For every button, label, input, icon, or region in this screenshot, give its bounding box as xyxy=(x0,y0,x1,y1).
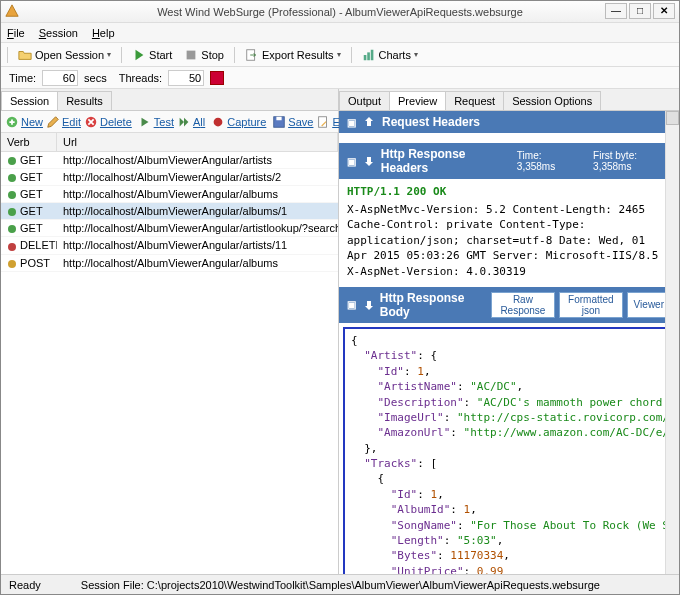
svg-rect-4 xyxy=(363,55,366,60)
svg-marker-0 xyxy=(6,5,18,16)
request-grid: Verb Url GEThttp://localhost/AlbumViewer… xyxy=(1,133,338,574)
folder-open-icon xyxy=(18,48,32,62)
svg-point-16 xyxy=(8,157,16,165)
response-headers-text: X-AspNetMvc-Version: 5.2 Content-Length:… xyxy=(339,200,679,287)
tab-preview[interactable]: Preview xyxy=(389,91,446,110)
svg-rect-14 xyxy=(277,116,282,120)
delete-button[interactable]: Delete xyxy=(84,115,132,129)
svg-marker-10 xyxy=(180,117,184,126)
time-label: Time: xyxy=(9,72,36,84)
capture-button[interactable]: Capture xyxy=(211,115,266,129)
close-button[interactable]: ✕ xyxy=(653,3,675,19)
time-unit: secs xyxy=(84,72,107,84)
svg-marker-11 xyxy=(184,117,188,126)
stop-button[interactable]: Stop xyxy=(180,47,228,63)
session-toolbar: New Edit Delete Test All Capture Save Ed… xyxy=(1,111,338,133)
pencil-icon xyxy=(46,115,60,129)
status-session-file: Session File: C:\projects2010\WestwindTo… xyxy=(81,579,600,591)
delete-icon xyxy=(84,115,98,129)
export-results-button[interactable]: Export Results▾ xyxy=(241,47,345,63)
svg-rect-2 xyxy=(187,50,196,59)
edit-button[interactable]: Edit xyxy=(46,115,81,129)
table-row[interactable]: GEThttp://localhost/AlbumViewerAngular/a… xyxy=(1,220,338,237)
test-icon xyxy=(138,115,152,129)
request-headers-section[interactable]: ▣ Request Headers xyxy=(339,111,679,133)
table-row[interactable]: GEThttp://localhost/AlbumViewerAngular/a… xyxy=(1,186,338,203)
svg-point-21 xyxy=(8,243,16,251)
svg-marker-9 xyxy=(141,117,148,126)
tab-session[interactable]: Session xyxy=(1,91,58,110)
menubar: File Session Help xyxy=(1,23,679,43)
charts-button[interactable]: Charts▾ xyxy=(358,47,422,63)
left-pane: Session Results New Edit Delete Test All… xyxy=(1,89,339,574)
app-window: West Wind WebSurge (Professional) - Albu… xyxy=(0,0,680,595)
tab-session-options[interactable]: Session Options xyxy=(503,91,601,110)
all-icon xyxy=(177,115,191,129)
download-icon xyxy=(362,154,375,168)
menu-file[interactable]: File xyxy=(7,27,25,39)
status-ready: Ready xyxy=(9,579,41,591)
svg-point-20 xyxy=(8,225,16,233)
table-row[interactable]: GEThttp://localhost/AlbumViewerAngular/a… xyxy=(1,152,338,169)
scrollbar[interactable] xyxy=(665,111,679,574)
svg-point-17 xyxy=(8,174,16,182)
response-headers-section[interactable]: ▣ Http Response Headers Time: 3,358ms Fi… xyxy=(339,143,679,179)
col-verb[interactable]: Verb xyxy=(1,133,57,151)
preview-body: ▣ Request Headers ▣ Http Response Header… xyxy=(339,111,679,574)
save-button[interactable]: Save xyxy=(272,115,313,129)
svg-point-19 xyxy=(8,208,16,216)
stop-icon xyxy=(184,48,198,62)
left-tabs: Session Results xyxy=(1,89,338,111)
formatted-json-button[interactable]: Formatted json xyxy=(559,292,623,318)
right-tabs: Output Preview Request Session Options xyxy=(339,89,679,111)
chart-icon xyxy=(362,48,376,62)
export-icon xyxy=(245,48,259,62)
minimize-button[interactable]: — xyxy=(605,3,627,19)
play-icon xyxy=(132,48,146,62)
time-toolbar: Time: secs Threads: xyxy=(1,67,679,89)
tab-request[interactable]: Request xyxy=(445,91,504,110)
right-pane: Output Preview Request Session Options ▣… xyxy=(339,89,679,574)
window-title: West Wind WebSurge (Professional) - Albu… xyxy=(157,6,523,18)
col-url[interactable]: Url xyxy=(57,133,338,151)
all-button[interactable]: All xyxy=(177,115,205,129)
json-body: { "Artist": { "Id": 1, "ArtistName": "AC… xyxy=(343,327,675,574)
new-button[interactable]: New xyxy=(5,115,43,129)
record-icon xyxy=(211,115,225,129)
threads-label: Threads: xyxy=(119,72,162,84)
upload-icon xyxy=(362,115,376,129)
svg-marker-1 xyxy=(136,49,144,60)
table-row[interactable]: GEThttp://localhost/AlbumViewerAngular/a… xyxy=(1,169,338,186)
svg-rect-5 xyxy=(367,52,370,60)
table-row[interactable]: DELETEhttp://localhost/AlbumViewerAngula… xyxy=(1,237,338,254)
main-toolbar: Open Session▾ Start Stop Export Results▾… xyxy=(1,43,679,67)
collapse-icon: ▣ xyxy=(347,117,356,128)
threads-input[interactable] xyxy=(168,70,204,86)
menu-session[interactable]: Session xyxy=(39,27,78,39)
svg-point-12 xyxy=(214,117,223,126)
scroll-up-icon[interactable] xyxy=(666,111,679,125)
expand-icon: ▣ xyxy=(347,299,356,310)
raw-response-button[interactable]: Raw Response xyxy=(491,292,555,318)
menu-help[interactable]: Help xyxy=(92,27,115,39)
table-row[interactable]: POSThttp://localhost/AlbumViewerAngular/… xyxy=(1,255,338,272)
test-button[interactable]: Test xyxy=(138,115,174,129)
new-icon xyxy=(5,115,19,129)
start-button[interactable]: Start xyxy=(128,47,176,63)
svg-rect-6 xyxy=(370,49,373,60)
table-row[interactable]: GEThttp://localhost/AlbumViewerAngular/a… xyxy=(1,203,338,220)
firstbyte-stat: First byte: 3,358ms xyxy=(593,150,671,172)
time-input[interactable] xyxy=(42,70,78,86)
status-indicator-icon xyxy=(210,71,224,85)
svg-point-18 xyxy=(8,191,16,199)
response-body-section[interactable]: ▣ Http Response Body Raw Response Format… xyxy=(339,287,679,323)
maximize-button[interactable]: □ xyxy=(629,3,651,19)
http-status: HTTP/1.1 200 OK xyxy=(339,179,679,200)
open-session-button[interactable]: Open Session▾ xyxy=(14,47,115,63)
expand-icon: ▣ xyxy=(347,156,356,167)
titlebar: West Wind WebSurge (Professional) - Albu… xyxy=(1,1,679,23)
tab-results[interactable]: Results xyxy=(57,91,112,110)
tab-output[interactable]: Output xyxy=(339,91,390,110)
time-stat: Time: 3,358ms xyxy=(517,150,577,172)
save-icon xyxy=(272,115,286,129)
